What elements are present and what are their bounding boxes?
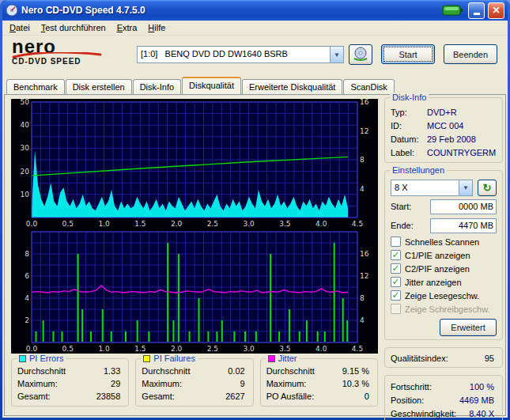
lesegeschw-checkbox[interactable]: ✓ xyxy=(391,290,401,301)
close-button[interactable]: ✕ xyxy=(488,2,504,19)
quality-index-value: 95 xyxy=(485,354,497,363)
progress-label: Fortschritt: xyxy=(391,382,432,392)
speed-select-value: 8 X xyxy=(391,180,459,195)
jitter-stats-group: Jitter Durchschnitt9.15 % Maximum:10.3 %… xyxy=(260,358,378,407)
chevron-down-icon[interactable]: ▼ xyxy=(459,180,472,195)
svg-text:8: 8 xyxy=(360,156,365,164)
disk-type-value: DVD+R xyxy=(427,108,457,117)
menu-hilfe[interactable]: Hilfe xyxy=(142,21,171,34)
stat-label: Maximum: xyxy=(266,379,307,388)
chevron-down-icon[interactable]: ▼ xyxy=(330,47,343,62)
advanced-button[interactable]: Erweitert xyxy=(440,319,497,336)
speed-select[interactable]: 8 X ▼ xyxy=(391,180,473,196)
schreibgeschw-checkbox[interactable] xyxy=(391,304,401,314)
disk-type-label: Typ: xyxy=(391,108,427,117)
stat-value: 1.33 xyxy=(104,366,123,376)
disc-tray-button[interactable] xyxy=(349,44,372,65)
menu-test-durchfuehren[interactable]: Test durchführen xyxy=(36,21,111,34)
svg-text:3.0: 3.0 xyxy=(244,220,255,228)
checkbox-label[interactable]: C1/PIE anzeigen xyxy=(405,251,470,260)
svg-text:10: 10 xyxy=(21,191,30,199)
checkbox-label[interactable]: C2/PIF anzeigen xyxy=(405,264,470,274)
stat-value: 9 xyxy=(240,379,247,388)
drive-select-value: [1:0] BENQ DVD DD DW1640 BSRB xyxy=(138,47,330,62)
disk-info-row: ID:MCC 004 xyxy=(391,119,497,132)
checkbox-row-c1-pie: ✓ C1/PIE anzeigen xyxy=(391,248,497,262)
tab-disk-erstellen[interactable]: Disk erstellen xyxy=(66,79,132,94)
stat-label: Gesamt: xyxy=(17,392,51,401)
svg-text:6: 6 xyxy=(25,272,29,280)
settings-group-title: Einstellungen xyxy=(390,165,447,175)
menu-datei[interactable]: Datei xyxy=(4,21,36,34)
minimize-button[interactable] xyxy=(468,2,485,19)
tab-benchmark[interactable]: Benchmark xyxy=(6,79,65,94)
svg-text:30: 30 xyxy=(21,144,30,152)
start-position-input[interactable] xyxy=(430,199,497,214)
svg-text:1.0: 1.0 xyxy=(98,220,110,228)
svg-text:3.5: 3.5 xyxy=(279,345,290,353)
c2-pif-checkbox[interactable]: ✓ xyxy=(391,263,401,274)
stat-label: Gesamt: xyxy=(142,392,175,401)
menu-bar: Datei Test durchführen Extra Hilfe xyxy=(2,21,508,36)
jitter-title: Jitter xyxy=(278,354,297,363)
refresh-icon: ↻ xyxy=(483,182,492,194)
svg-text:4.5: 4.5 xyxy=(352,220,363,228)
end-position-input[interactable] xyxy=(430,218,497,233)
tab-strip: Benchmark Disk erstellen Disk-Info Diskq… xyxy=(2,77,508,94)
battery-indicator-icon xyxy=(442,4,463,17)
stat-value: 29 xyxy=(111,379,123,388)
tab-diskqualitaet[interactable]: Diskqualität xyxy=(182,77,241,94)
svg-text:2.5: 2.5 xyxy=(207,345,218,353)
speed-value: 8.40 X xyxy=(469,409,497,418)
side-panel: Disk-Info Typ:DVD+R ID:MCC 004 Datum:29 … xyxy=(384,97,503,420)
schnelles-scannen-checkbox[interactable] xyxy=(391,236,401,247)
pi-failures-swatch-icon xyxy=(143,355,150,362)
checkbox-row-jitter: ✓ Jitter anzeigen xyxy=(391,275,497,289)
checkbox-label[interactable]: Zeige Schreibgeschw. xyxy=(405,305,490,314)
start-button[interactable]: Start xyxy=(381,44,435,64)
refresh-disc-button[interactable]: ↻ xyxy=(478,180,497,196)
disk-info-row: Datum:29 Feb 2008 xyxy=(391,132,497,146)
svg-text:12: 12 xyxy=(360,127,368,135)
svg-text:0.5: 0.5 xyxy=(62,345,74,353)
stat-label: PO Ausfälle: xyxy=(266,392,315,401)
svg-text:4: 4 xyxy=(360,185,365,193)
disk-info-group-title: Disk-Info xyxy=(390,93,429,102)
c1-pie-checkbox[interactable]: ✓ xyxy=(391,250,401,260)
disk-label-value: COUNTRYGERM xyxy=(427,148,496,157)
progress-row: Fortschritt:100 % xyxy=(391,380,497,393)
checkbox-label[interactable]: Jitter anzeigen xyxy=(405,278,462,287)
svg-text:2.0: 2.0 xyxy=(171,345,183,353)
jitter-swatch-icon xyxy=(268,355,275,362)
stat-label: Durchschnitt xyxy=(17,366,66,376)
svg-text:4.0: 4.0 xyxy=(315,345,327,353)
quality-index-box: Qualitätsindex: 95 xyxy=(384,347,503,368)
diskqualitaet-panel: 0.00.51.01.52.02.53.03.54.04.51020304050… xyxy=(4,94,506,416)
disk-date-label: Datum: xyxy=(391,134,427,144)
checkbox-label[interactable]: Zeige Lesegeschw. xyxy=(405,291,479,301)
stat-label: Durchschnitt xyxy=(266,366,315,376)
svg-text:4.0: 4.0 xyxy=(315,220,327,228)
stat-value: 10.3 % xyxy=(342,379,372,388)
svg-text:4.5: 4.5 xyxy=(352,345,363,353)
checkbox-label[interactable]: Schnelles Scannen xyxy=(405,237,479,247)
drive-select[interactable]: [1:0] BENQ DVD DD DW1640 BSRB ▼ xyxy=(137,46,344,63)
position-row: Position:4469 MB xyxy=(391,393,497,407)
quit-button[interactable]: Beenden xyxy=(444,44,497,64)
quality-index-label: Qualitätsindex: xyxy=(391,354,448,363)
tab-erweiterte-diskqualitaet[interactable]: Erweiterte Diskqualität xyxy=(242,79,342,94)
pi-failures-stats-group: PI Failures Durchschnitt0.02 Maximum:9 G… xyxy=(135,358,253,407)
stat-value: 0.02 xyxy=(228,366,247,376)
svg-text:0.0: 0.0 xyxy=(26,220,38,228)
svg-text:16: 16 xyxy=(360,250,369,258)
checkbox-row-lesegeschw: ✓ Zeige Lesegeschw. xyxy=(391,289,497,302)
app-icon xyxy=(6,4,18,17)
stat-value: 23858 xyxy=(96,392,123,401)
jitter-checkbox[interactable]: ✓ xyxy=(391,277,401,287)
svg-text:4: 4 xyxy=(25,294,29,302)
tab-scandisk[interactable]: ScanDisk xyxy=(343,79,394,94)
disc-icon xyxy=(352,47,369,61)
menu-extra[interactable]: Extra xyxy=(111,21,143,34)
tab-disk-info[interactable]: Disk-Info xyxy=(133,79,181,94)
stat-label: Maximum: xyxy=(17,379,58,388)
